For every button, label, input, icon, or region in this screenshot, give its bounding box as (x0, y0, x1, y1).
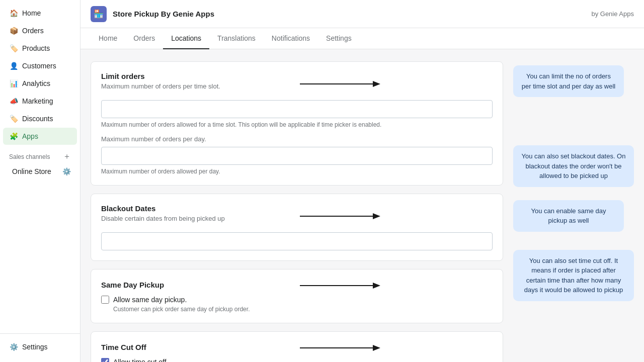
tab-translations[interactable]: Translations (209, 28, 264, 49)
same-day-pickup-hint: Customer can pick order same day of pick… (113, 306, 493, 313)
arrow-svg-3 (300, 280, 380, 292)
tab-home[interactable]: Home (91, 28, 125, 49)
tab-locations[interactable]: Locations (163, 28, 209, 49)
sections-list: Limit orders Maximum number of orders pe… (91, 61, 503, 350)
sidebar-item-label: Discounts (22, 115, 53, 123)
sidebar-item-online-store[interactable]: Online Store ⚙️ (3, 164, 77, 178)
blackout-dates-subtitle: Disable certain dates from being picked … (101, 215, 294, 222)
sidebar-item-apps[interactable]: 🧩 Apps (3, 128, 77, 145)
sidebar-item-home[interactable]: 🏠 Home (3, 5, 77, 22)
tabs-bar: Home Orders Locations Translations Notif… (80, 28, 644, 49)
limit-orders-title: Limit orders (101, 72, 294, 80)
sidebar-sub-item-label: Online Store (12, 167, 51, 175)
sales-channels-section: Sales channels ＋ (0, 145, 80, 164)
limit-orders-header-row: Limit orders Maximum number of orders pe… (101, 72, 493, 96)
main-panel: 🏪 Store Pickup By Genie Apps by Genie Ap… (80, 0, 644, 362)
same-day-pickup-tooltip: You can enable same day pickup as well (513, 200, 624, 232)
tab-orders[interactable]: Orders (125, 28, 163, 49)
limit-orders-day-label: Maximum number of orders per day. Maximu… (101, 135, 493, 175)
limit-orders-section: Limit orders Maximum number of orders pe… (91, 61, 503, 186)
svg-marker-5 (373, 283, 380, 289)
blackout-dates-title: Blackout Dates (101, 204, 294, 213)
app-icon-emoji: 🏪 (94, 9, 104, 19)
sidebar-nav: 🏠 Home 📦 Orders 🏷️ Products 👤 Customers … (0, 0, 80, 333)
analytics-icon: 📊 (9, 79, 18, 88)
blackout-dates-header-row: Blackout Dates Disable certain dates fro… (101, 204, 493, 228)
sidebar-item-label: Customers (22, 62, 56, 70)
arrow-svg-4 (300, 342, 380, 354)
sales-channels-label: Sales channels (9, 153, 50, 160)
by-genie-label: by Genie Apps (591, 10, 634, 18)
app-icon: 🏪 (91, 6, 107, 22)
sidebar-item-orders[interactable]: 📦 Orders (3, 22, 77, 39)
limit-orders-subtitle: Maximum number of orders per time slot. (101, 82, 294, 90)
blackout-dates-titles: Blackout Dates Disable certain dates fro… (101, 204, 294, 228)
time-cut-off-section: Time Cut Off Allow time cut off. Order w… (91, 331, 503, 362)
add-sales-channel-icon[interactable]: ＋ (63, 151, 71, 162)
limit-orders-tooltip: You can limit the no of orders per time … (513, 65, 624, 97)
time-cut-off-titles: Time Cut Off (101, 343, 294, 353)
same-day-pickup-arrow (300, 280, 493, 292)
arrow-svg-2 (300, 210, 380, 222)
sidebar-footer: ⚙️ Settings (0, 333, 80, 362)
time-cut-off-tooltip: You can also set time cut off. It means … (513, 250, 634, 301)
limit-orders-timeslot-input[interactable] (101, 100, 493, 118)
blackout-dates-arrow (300, 210, 493, 222)
settings-icon: ⚙️ (9, 342, 18, 351)
sidebar-item-discounts[interactable]: 🏷️ Discounts (3, 110, 77, 127)
sidebar-item-label: Orders (22, 27, 44, 35)
sidebar-item-label: Apps (22, 132, 38, 140)
app-title: Store Pickup By Genie Apps (113, 10, 585, 18)
time-cut-off-title: Time Cut Off (101, 343, 294, 351)
discounts-icon: 🏷️ (9, 114, 18, 123)
blackout-dates-input[interactable] (101, 232, 493, 250)
tab-settings[interactable]: Settings (318, 28, 360, 49)
same-day-pickup-section: Same Day Pickup Allow same day pickup. C… (91, 269, 503, 323)
svg-marker-3 (373, 213, 380, 219)
sidebar-item-customers[interactable]: 👤 Customers (3, 57, 77, 74)
same-day-pickup-header-row: Same Day Pickup (101, 280, 493, 292)
svg-marker-1 (373, 81, 380, 87)
blackout-dates-section: Blackout Dates Disable certain dates fro… (91, 194, 503, 261)
sidebar-item-marketing[interactable]: 📣 Marketing (3, 93, 77, 110)
marketing-icon: 📣 (9, 97, 18, 106)
content-area: Limit orders Maximum number of orders pe… (80, 49, 644, 362)
time-cut-off-checkbox-label[interactable]: Allow time cut off. (113, 358, 168, 362)
tooltip-column: You can limit the no of orders per time … (513, 61, 634, 350)
sidebar-item-label: Products (22, 44, 50, 52)
sidebar-item-label: Settings (22, 343, 48, 351)
same-day-pickup-checkbox-label[interactable]: Allow same day pickup. (113, 296, 187, 304)
sidebar-item-products[interactable]: 🏷️ Products (3, 40, 77, 57)
sidebar-item-label: Marketing (22, 97, 53, 105)
same-day-pickup-title: Same Day Pickup (101, 281, 294, 289)
home-icon: 🏠 (9, 9, 18, 18)
gear-icon[interactable]: ⚙️ (62, 167, 71, 175)
sidebar-item-settings[interactable]: ⚙️ Settings (3, 338, 77, 355)
sidebar-item-label: Home (22, 9, 41, 17)
limit-orders-day-hint: Maximum number of orders allowed per day… (101, 168, 493, 175)
arrow-svg (300, 78, 380, 90)
limit-orders-arrow (300, 78, 493, 90)
orders-icon: 📦 (9, 26, 18, 35)
svg-marker-7 (373, 345, 380, 351)
same-day-checkbox-row: Allow same day pickup. (101, 296, 493, 304)
tab-notifications[interactable]: Notifications (264, 28, 318, 49)
time-cut-off-checkbox[interactable] (101, 358, 109, 362)
blackout-dates-tooltip: You can also set blackout dates. On blac… (513, 145, 634, 187)
apps-icon: 🧩 (9, 132, 18, 141)
same-day-pickup-titles: Same Day Pickup (101, 281, 294, 291)
time-cut-off-checkbox-row: Allow time cut off. (101, 358, 493, 362)
sidebar-item-analytics[interactable]: 📊 Analytics (3, 75, 77, 92)
limit-orders-timeslot-hint: Maximum number of orders allowed for a t… (101, 121, 493, 128)
customers-icon: 👤 (9, 61, 18, 70)
time-cut-off-header-row: Time Cut Off (101, 342, 493, 354)
products-icon: 🏷️ (9, 44, 18, 53)
limit-orders-titles: Limit orders Maximum number of orders pe… (101, 72, 294, 96)
topbar: 🏪 Store Pickup By Genie Apps by Genie Ap… (80, 0, 644, 28)
limit-orders-day-input[interactable] (101, 147, 493, 165)
sidebar: 🏠 Home 📦 Orders 🏷️ Products 👤 Customers … (0, 0, 80, 362)
sidebar-item-label: Analytics (22, 79, 50, 87)
time-cut-off-arrow (300, 342, 493, 354)
same-day-pickup-checkbox[interactable] (101, 296, 109, 304)
